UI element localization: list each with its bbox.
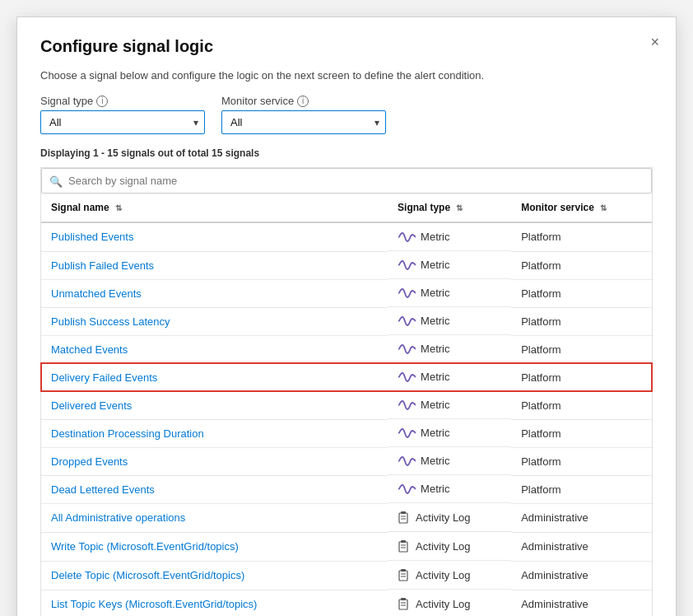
signal-type-text: Metric <box>421 231 449 243</box>
table-body: Published EventsMetricPlatformPublish Fa… <box>41 222 652 616</box>
metric-icon <box>398 287 416 299</box>
monitor-service-cell: Platform <box>511 363 652 391</box>
signal-type-text: Metric <box>421 455 449 467</box>
signal-type-cell: Metric <box>388 391 511 419</box>
table-row[interactable]: Dead Lettered EventsMetricPlatform <box>41 475 652 503</box>
monitor-service-cell: Platform <box>511 447 652 475</box>
metric-icon <box>398 371 416 383</box>
svg-rect-4 <box>399 542 407 552</box>
table-row[interactable]: Published EventsMetricPlatform <box>41 222 652 251</box>
signal-name-cell[interactable]: Delivered Events <box>41 391 388 419</box>
monitor-service-label: Monitor service i <box>221 95 386 107</box>
monitor-service-select[interactable]: All Platform Administrative <box>221 110 386 134</box>
monitor-service-cell: Administrative <box>511 503 652 532</box>
signal-type-text: Metric <box>421 259 449 271</box>
signal-type-cell: Metric <box>388 475 511 503</box>
svg-rect-0 <box>399 513 407 523</box>
signal-type-cell: Activity Log <box>388 532 511 561</box>
table-row[interactable]: Destination Processing DurationMetricPla… <box>41 419 652 447</box>
signal-type-cell: Metric <box>388 335 511 363</box>
monitor-service-select-wrapper: All Platform Administrative ▾ <box>221 110 386 134</box>
signal-type-text: Metric <box>421 371 449 383</box>
svg-rect-15 <box>401 598 406 600</box>
signal-type-text: Metric <box>421 343 449 355</box>
signal-type-cell: Metric <box>388 223 511 251</box>
metric-icon <box>398 399 416 411</box>
dialog-title: Configure signal logic <box>40 37 653 56</box>
monitor-service-cell: Platform <box>511 307 652 335</box>
svg-rect-12 <box>399 600 407 609</box>
signal-type-text: Metric <box>421 399 449 411</box>
column-header-signal-name[interactable]: Signal name ⇅ <box>41 194 388 222</box>
signal-name-cell[interactable]: List Topic Keys (Microsoft.EventGrid/top… <box>41 590 388 616</box>
search-input[interactable] <box>41 168 652 194</box>
signal-name-cell[interactable]: Matched Events <box>41 335 388 363</box>
signal-name-cell[interactable]: Unmatched Events <box>41 279 388 307</box>
monitor-service-cell: Platform <box>511 475 652 503</box>
signal-name-cell[interactable]: Destination Processing Duration <box>41 419 388 447</box>
metric-icon <box>398 343 416 355</box>
metric-icon <box>398 427 416 439</box>
table-row[interactable]: Delivered EventsMetricPlatform <box>41 391 652 419</box>
column-header-signal-type[interactable]: Signal type ⇅ <box>388 194 511 222</box>
svg-rect-11 <box>401 569 406 572</box>
table-row[interactable]: Publish Failed EventsMetricPlatform <box>41 251 652 279</box>
display-count: Displaying 1 - 15 signals out of total 1… <box>40 147 653 159</box>
monitor-service-cell: Platform <box>511 391 652 419</box>
signal-name-cell[interactable]: Write Topic (Microsoft.EventGrid/topics) <box>41 532 388 561</box>
signal-type-group: Signal type i All Metric Activity Log ▾ <box>40 95 205 134</box>
signal-type-text: Activity Log <box>416 540 470 553</box>
signal-type-cell: Metric <box>388 279 511 307</box>
table-row[interactable]: Delete Topic (Microsoft.EventGrid/topics… <box>41 561 652 590</box>
signal-type-cell: Activity Log <box>388 590 511 616</box>
activity-log-icon <box>398 511 411 524</box>
signal-type-select-wrapper: All Metric Activity Log ▾ <box>40 110 205 134</box>
table-row[interactable]: Delivery Failed EventsMetricPlatform <box>41 363 652 391</box>
table-row[interactable]: Unmatched EventsMetricPlatform <box>41 279 652 307</box>
monitor-service-cell: Platform <box>511 419 652 447</box>
signal-name-cell[interactable]: Dead Lettered Events <box>41 475 388 503</box>
table-header-row: Signal name ⇅ Signal type ⇅ Monitor serv… <box>41 194 652 222</box>
table-row[interactable]: List Topic Keys (Microsoft.EventGrid/top… <box>41 590 652 616</box>
signal-type-text: Activity Log <box>416 569 470 581</box>
column-header-monitor-service[interactable]: Monitor service ⇅ <box>511 194 652 222</box>
signal-type-text: Metric <box>421 427 449 439</box>
table-row[interactable]: Dropped EventsMetricPlatform <box>41 447 652 475</box>
signal-type-text: Metric <box>421 287 449 299</box>
metric-icon <box>398 483 416 495</box>
signal-type-text: Activity Log <box>416 598 470 610</box>
signal-name-cell[interactable]: Publish Failed Events <box>41 251 388 279</box>
monitor-service-cell: Platform <box>511 279 652 307</box>
table-row[interactable]: All Administrative operationsActivity Lo… <box>41 503 652 532</box>
signal-type-info-icon[interactable]: i <box>96 96 108 107</box>
signal-type-cell: Metric <box>388 251 511 279</box>
monitor-service-cell: Platform <box>511 251 652 279</box>
signal-name-cell[interactable]: Delivery Failed Events <box>41 363 388 391</box>
signal-type-cell: Metric <box>388 363 511 391</box>
dialog-container: Configure signal logic × Choose a signal… <box>16 16 677 616</box>
signals-table: Signal name ⇅ Signal type ⇅ Monitor serv… <box>41 194 652 616</box>
monitor-service-group: Monitor service i All Platform Administr… <box>221 95 386 134</box>
signal-type-cell: Activity Log <box>388 561 511 590</box>
sort-icon-monitor-service: ⇅ <box>600 203 607 212</box>
signal-type-select[interactable]: All Metric Activity Log <box>40 110 205 134</box>
activity-log-icon <box>398 539 411 553</box>
signal-name-cell[interactable]: All Administrative operations <box>41 503 388 532</box>
signal-name-cell[interactable]: Delete Topic (Microsoft.EventGrid/topics… <box>41 561 388 590</box>
signal-type-text: Metric <box>421 315 449 327</box>
signals-table-container: 🔍 Signal name ⇅ Signal type ⇅ Monitor se… <box>40 167 653 616</box>
signal-name-cell[interactable]: Publish Success Latency <box>41 307 388 335</box>
metric-icon <box>398 231 416 243</box>
signal-name-cell[interactable]: Published Events <box>41 222 388 251</box>
dialog-description: Choose a signal below and configure the … <box>40 69 653 82</box>
search-icon: 🔍 <box>49 175 63 187</box>
close-button[interactable]: × <box>650 34 659 51</box>
svg-rect-8 <box>399 571 407 581</box>
table-row[interactable]: Write Topic (Microsoft.EventGrid/topics)… <box>41 532 652 561</box>
table-row[interactable]: Publish Success LatencyMetricPlatform <box>41 307 652 335</box>
sort-icon-signal-name: ⇅ <box>115 203 122 212</box>
table-row[interactable]: Matched EventsMetricPlatform <box>41 335 652 363</box>
sort-icon-signal-type: ⇅ <box>456 203 463 212</box>
signal-name-cell[interactable]: Dropped Events <box>41 447 388 475</box>
monitor-service-info-icon[interactable]: i <box>297 96 309 107</box>
